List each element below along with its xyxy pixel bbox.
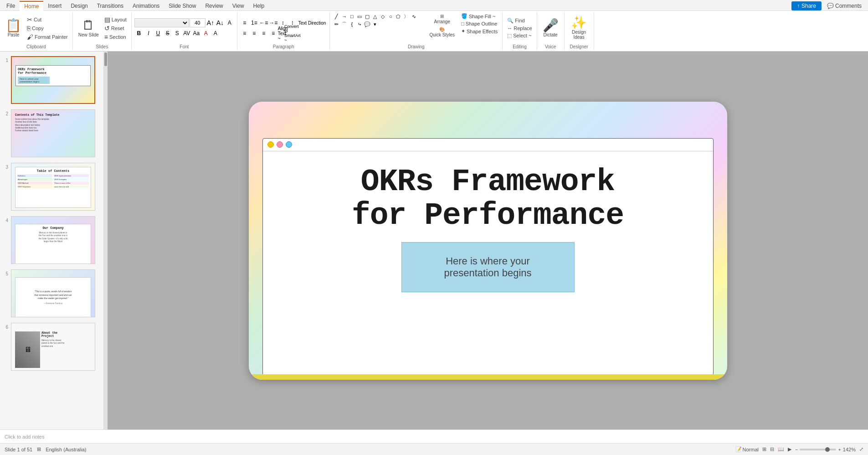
font-size-input[interactable] — [190, 18, 205, 27]
tab-home[interactable]: Home — [20, 1, 43, 11]
copy-button[interactable]: ⎘ Copy — [25, 24, 70, 32]
bold-button[interactable]: B — [134, 29, 144, 38]
shapes-more[interactable]: ▾ — [371, 21, 379, 28]
find-button[interactable]: 🔍 Find — [505, 17, 534, 24]
shape-outline-button[interactable]: □ Shape Outline — [459, 21, 499, 27]
zoom-out-button[interactable]: − — [795, 447, 798, 452]
highlight-button[interactable]: A — [211, 29, 220, 38]
underline-button[interactable]: U — [154, 29, 163, 38]
slide-5-thumbnail[interactable]: 5 "This is a quote, words full of wisdom… — [2, 269, 102, 318]
shape-fill-button[interactable]: 🪣 Shape Fill ~ — [459, 13, 499, 20]
zoom-in-button[interactable]: + — [838, 447, 841, 452]
align-left-button[interactable]: ≡ — [240, 29, 249, 38]
decrease-font-button[interactable]: A↓ — [216, 18, 225, 27]
zoom-slider[interactable] — [800, 449, 836, 450]
notes-area[interactable]: Click to add notes — [0, 429, 868, 443]
tab-transitions[interactable]: Transitions — [92, 1, 128, 11]
shape-line[interactable]: ╱ — [333, 13, 340, 20]
notes-button[interactable]: 📝 Normal — [735, 446, 759, 452]
slide-1-image[interactable]: OKRs Frameworkfor Performance Here is wh… — [11, 56, 95, 104]
slide-5-image[interactable]: "This is a quote, words full of wisdom t… — [11, 269, 95, 317]
shape-connector[interactable]: ⤷ — [356, 21, 363, 28]
shape-arrow[interactable]: → — [340, 13, 348, 20]
slide-panel-scrollbar[interactable] — [104, 52, 108, 429]
shape-effects-button[interactable]: ✦ Shape Effects — [459, 28, 499, 35]
replace-button[interactable]: ↔ Replace — [505, 25, 534, 31]
tab-design[interactable]: Design — [66, 1, 92, 11]
paste-button[interactable]: 📋 Paste — [3, 17, 24, 39]
select-button[interactable]: ⬚ Select ~ — [505, 32, 534, 39]
slide-title[interactable]: OKRs Framework for Performance — [352, 165, 624, 233]
slide-6-thumbnail[interactable]: 6 🖥 About theProject Mercury is the clos… — [2, 322, 102, 372]
arrange-button[interactable]: ⊞ Arrange — [427, 13, 457, 25]
shape-arc[interactable]: ⌒ — [340, 21, 348, 28]
shape-callout[interactable]: 💬 — [364, 21, 371, 28]
view-normal-button[interactable]: ⊞ — [762, 446, 766, 452]
tab-file[interactable]: File — [2, 1, 20, 11]
slide-1-thumbnail[interactable]: 1 OKRs Frameworkfor Performance Here is … — [2, 55, 102, 105]
font-color-button[interactable]: A — [201, 29, 211, 38]
new-slide-button[interactable]: 🗒 New Slide — [76, 17, 102, 39]
view-slide-sorter-button[interactable]: ⊟ — [770, 446, 774, 452]
slide-3-image[interactable]: Table of Contents Definition Advantages … — [11, 163, 95, 211]
char-spacing-button[interactable]: AV — [182, 29, 191, 38]
convert-smartart-button[interactable]: Convert to SmartArt ~ — [288, 29, 297, 38]
tab-insert[interactable]: Insert — [43, 1, 66, 11]
shape-diamond[interactable]: ◇ — [379, 13, 386, 20]
format-painter-button[interactable]: 🖌 Format Painter — [25, 33, 70, 41]
shape-triangle[interactable]: △ — [371, 13, 379, 20]
shape-rounded-rect[interactable]: ▢ — [364, 13, 371, 20]
increase-indent-button[interactable]: →≡ — [269, 18, 278, 27]
tab-animations[interactable]: Animations — [128, 1, 164, 11]
align-right-button[interactable]: ≡ — [259, 29, 268, 38]
canvas-area[interactable]: OKRs Framework for Performance Here is w… — [108, 52, 868, 429]
shape-brace[interactable]: { — [348, 21, 355, 28]
text-direction-button[interactable]: Text Direction — [298, 20, 327, 26]
tab-slideshow[interactable]: Slide Show — [164, 1, 200, 11]
slide-panel-scroll-thumb[interactable] — [104, 52, 107, 66]
slide-2-image[interactable]: Contents of This Template Some content t… — [11, 109, 95, 157]
strikethrough-button[interactable]: S — [163, 29, 172, 38]
design-ideas-button[interactable]: ✨ Design Ideas — [567, 15, 591, 41]
shape-freeform[interactable]: ✏ — [333, 21, 340, 28]
slide-4-thumbnail[interactable]: 4 Our Company Mercury is the closest pla… — [2, 215, 102, 265]
reset-button[interactable]: ↺ Reset — [103, 24, 128, 32]
align-center-button[interactable]: ≡ — [250, 29, 259, 38]
change-case-button[interactable]: Aa — [192, 29, 201, 38]
quick-styles-button[interactable]: 🎨 Quick Styles — [427, 26, 457, 38]
increase-font-button[interactable]: A↑ — [206, 18, 215, 27]
shape-rect[interactable]: □ — [348, 13, 355, 20]
layout-button[interactable]: ▤ Layout — [103, 16, 128, 24]
slide-6-image[interactable]: 🖥 About theProject Mercury is the closes… — [11, 323, 95, 371]
bullets-button[interactable]: ≡ — [240, 18, 249, 27]
comments-button[interactable]: 💬 Comments — [824, 1, 864, 10]
decrease-indent-button[interactable]: ←≡ — [259, 18, 268, 27]
italic-button[interactable]: I — [144, 29, 153, 38]
shape-ellipse[interactable]: ○ — [387, 13, 394, 20]
shadow-button[interactable]: S — [173, 29, 182, 38]
cut-button[interactable]: ✂ Cut — [25, 16, 70, 24]
tab-view[interactable]: View — [228, 1, 249, 11]
fit-to-window-button[interactable]: ⤢ — [859, 446, 863, 452]
view-slideshow-button[interactable]: ▶ — [788, 446, 791, 452]
slide-subtitle-box[interactable]: Here is where your presentation begins — [401, 242, 575, 292]
clear-format-button[interactable]: A — [225, 18, 234, 27]
shape-pentagon[interactable]: ⬠ — [395, 13, 402, 20]
share-button[interactable]: ↑ Share — [791, 1, 822, 10]
slide-3-thumbnail[interactable]: 3 Table of Contents Definition Advantage… — [2, 162, 102, 212]
shape-curve[interactable]: ∿ — [410, 13, 417, 20]
dictate-button[interactable]: 🎤 Dictate — [540, 17, 561, 39]
justify-button[interactable]: ≡ — [269, 29, 278, 38]
view-reading-button[interactable]: 📖 — [778, 446, 784, 452]
font-family-select[interactable] — [134, 18, 189, 27]
section-button[interactable]: ≡ Section — [103, 33, 128, 41]
main-slide-canvas[interactable]: OKRs Framework for Performance Here is w… — [249, 102, 727, 380]
shape-rect2[interactable]: ▭ — [356, 13, 363, 20]
numbering-button[interactable]: 1≡ — [250, 18, 259, 27]
notes-placeholder[interactable]: Click to add notes — [5, 434, 44, 439]
tab-review[interactable]: Review — [200, 1, 227, 11]
shape-chevron[interactable]: 〉 — [402, 13, 410, 20]
slide-2-thumbnail[interactable]: 2 Contents of This Template Some content… — [2, 109, 102, 158]
tab-help[interactable]: Help — [249, 1, 269, 11]
slide-4-image[interactable]: Our Company Mercury is the closest plane… — [11, 216, 95, 264]
